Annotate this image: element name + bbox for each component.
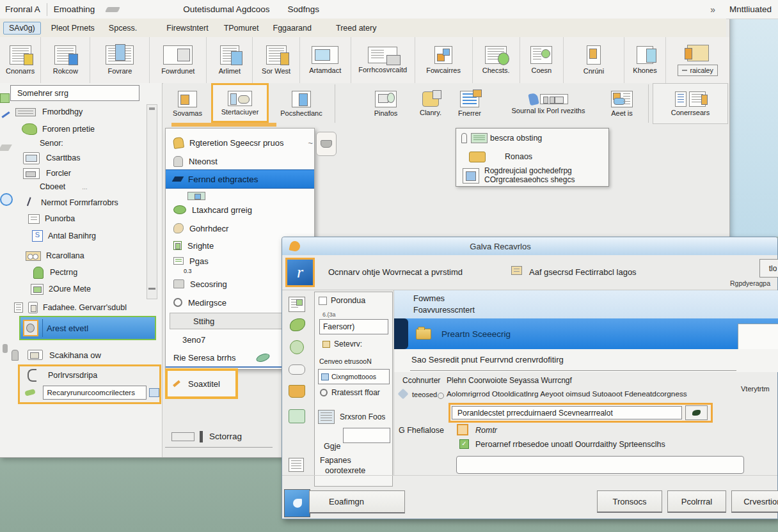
raicaley-button[interactable]: raicaley — [678, 65, 717, 76]
app-icon — [289, 240, 301, 253]
cixng-box[interactable]: Cixngmottooos — [318, 369, 390, 384]
sidebar-item-scakihana[interactable]: Scakihana ow — [0, 347, 160, 363]
menu-item-sodfngs[interactable]: Sodfngs — [287, 4, 319, 14]
menu-item-mnttliuated[interactable]: Mnttliuated — [729, 4, 772, 14]
right-panel-item-bescra[interactable]: bescra obsting — [456, 129, 608, 148]
tool-treed-atery[interactable]: Treed atery — [336, 24, 376, 33]
pcolrrral-button[interactable]: Pcolrrral — [667, 490, 726, 513]
ribbon-button-sor-west[interactable]: Sor West — [253, 37, 299, 83]
ribbon-button-artamdact[interactable]: Artamdact — [300, 37, 351, 83]
tool2-fnerrer[interactable]: Fnerrer — [450, 84, 489, 123]
plant-icon[interactable] — [289, 409, 305, 423]
tool2-clanry[interactable]: Clanry. — [411, 84, 450, 123]
leaf-button[interactable] — [685, 405, 708, 420]
report-icon[interactable] — [289, 458, 304, 472]
sidebar-item-antal[interactable]: S Antal Banihrg — [0, 228, 160, 244]
menu-item-fernnd-selected[interactable]: Fernnd ethgractes — [166, 169, 314, 189]
ribbon-button-arlimet[interactable]: Arlimet — [207, 37, 253, 83]
main-input[interactable]: Poranldecstet prrecduirnaerd Scevnearrre… — [452, 406, 682, 419]
key-icon — [461, 133, 467, 143]
sidebar-item-punorba[interactable]: Punorba — [0, 211, 160, 226]
ribbon-button-fowrdunet[interactable]: Fowrdunet — [150, 37, 207, 83]
ribbon-button-khones[interactable]: Khones — [624, 37, 666, 83]
tool-fggaarand[interactable]: Fggaarand — [273, 24, 312, 33]
porondua-row[interactable]: Porondua — [319, 296, 365, 305]
menu-item-rgteretion[interactable]: Rgteretion Sgeecsr pruos ~ — [166, 134, 322, 152]
ribbon-button-rokcow[interactable]: Rokcow — [41, 37, 90, 83]
ribbon-button-coesn[interactable]: Coesn — [520, 37, 564, 83]
tool2-conerrsears[interactable]: Conerrsears — [653, 83, 728, 124]
moon-button[interactable] — [284, 489, 310, 517]
menu-item-fronral[interactable]: Fronral A — [5, 4, 40, 14]
dialog-titlebar[interactable]: Galva Recavrlos — [282, 237, 777, 256]
tool2-sovamas[interactable]: Sovamas — [165, 84, 210, 123]
sidebar-item-senor[interactable]: Senor: — [0, 137, 160, 150]
sidebar-item-nermot[interactable]: Nermot Formrfarrobrs — [0, 194, 160, 211]
crvesrtionr-button[interactable]: Crvesrtionr — [731, 490, 778, 513]
sidebar-item-fadahee[interactable]: Fadahee. Gervarr'sdubl — [0, 299, 160, 316]
tool-pleot-prnets[interactable]: Pleot Prnets — [51, 24, 95, 33]
sidebar-item-pectrng[interactable]: Pectrng — [0, 265, 160, 280]
setevrv-row[interactable]: Setevrv: — [322, 340, 362, 348]
ribbon-button-cnonarrs[interactable]: Cnonarrs — [0, 37, 41, 83]
faersorr-field[interactable]: Faersorr) — [319, 319, 388, 334]
srxsron-row[interactable]: Srxsron Foos — [318, 410, 385, 424]
tool2-pocshectlanc[interactable]: Pocshectlanc — [271, 84, 332, 123]
main-selected-row[interactable]: Preartn Sceeecrig — [394, 318, 778, 349]
leaf-pair-icon[interactable] — [290, 318, 305, 331]
tool-spcess[interactable]: Spcess. — [109, 24, 137, 33]
sidebar-item-rcarollana[interactable]: Rcarollana — [0, 248, 160, 263]
sidebar-item-oure-mete[interactable]: 2Oure Mete — [0, 281, 160, 297]
scroll-handle[interactable] — [149, 107, 155, 110]
sidebar-search-box[interactable]: Somehrer srrg — [10, 85, 139, 101]
sidebar-item-cboeet[interactable]: Cboeet ... — [0, 180, 160, 193]
sctorrag-item[interactable]: Sctorrag — [165, 426, 273, 448]
double-leaf-icon — [173, 205, 186, 214]
menu-item-icon-row[interactable] — [166, 190, 322, 201]
sidebar-item-fororen[interactable]: Fororen prtetie — [0, 121, 160, 137]
right-panel-item-ronaos[interactable]: Ronaos — [456, 148, 608, 166]
right-panel-item-rogdreujcial[interactable]: Rogdreujcial gochedefrpg COrgrcatesaeohc… — [456, 166, 608, 186]
ribbon-button-cnruni[interactable]: Cnrúni — [564, 37, 624, 83]
gse-field[interactable] — [343, 428, 390, 443]
ribbon-button-fovrare[interactable]: Fovrare — [90, 37, 150, 83]
kettle-button[interactable] — [316, 132, 337, 156]
tronsocs-button[interactable]: Tronsocs — [597, 490, 662, 513]
sidebar-item-recary[interactable]: Recaryrunurcoomcrilecters — [20, 384, 159, 401]
bucket-icon[interactable] — [289, 385, 305, 398]
chevron-right-icon[interactable]: » — [710, 4, 715, 15]
book-icon — [587, 45, 601, 65]
flower-icon[interactable] — [290, 340, 304, 354]
sidebar-item-fmorbdhgy[interactable]: Fmorbdhgy — [0, 104, 160, 120]
sidebar-scrollbar[interactable] — [147, 104, 157, 299]
sidebar-item-porlrvsrsdripa[interactable]: Porlrvsrsdripa — [20, 366, 159, 384]
tool2-sournal[interactable]: Sournal lix Porl rveziths — [491, 84, 606, 123]
menu-item-gohrhdecr[interactable]: Gohrhdecr — [166, 219, 322, 237]
orange-checkbox[interactable] — [457, 424, 468, 435]
bottom-empty-field[interactable] — [456, 456, 744, 474]
sidebar-item-selected[interactable]: Arest etvetl — [19, 316, 156, 340]
tool2-aeet-is[interactable]: Aeet is — [599, 84, 644, 123]
tool2-stertaciuyer[interactable]: Stertaciuyer — [211, 83, 269, 123]
toggle-icon[interactable] — [149, 388, 159, 397]
eoafimgn-button[interactable]: Eoafimgn — [309, 490, 405, 513]
menu-item-ltaxhcard[interactable]: Ltaxhcard grreig — [166, 201, 322, 218]
ribbon-button-fowcairres[interactable]: Fowcairres — [415, 37, 473, 83]
soaxtitel-box[interactable]: Soaxtitel — [165, 368, 238, 399]
tool2-pinafos[interactable]: Pinafos — [361, 84, 410, 123]
menu-item-nteonst[interactable]: Nteonst — [166, 153, 322, 169]
ribbon-button-checsts[interactable]: Checsts. — [473, 37, 520, 83]
scroll-down-button[interactable] — [148, 288, 155, 290]
tool-tpomuret[interactable]: TPomuret — [224, 24, 259, 33]
ribbon-button-forrhcosvrcaitd[interactable]: Forrhcosvrcaitd — [351, 37, 415, 83]
sidebar-item-csarttbas[interactable]: Csarttbas — [0, 150, 160, 166]
dialog-corner-button[interactable]: tlo — [759, 259, 778, 278]
sidebar-item-forcler[interactable]: Forcler — [0, 166, 160, 180]
menu-item-outetisdumal[interactable]: Outetisdumal Agdcoos — [183, 4, 269, 14]
menu-item-emoathing[interactable]: Emoathing — [54, 4, 95, 14]
rratessrt-row[interactable]: Rratessrt ffoar — [320, 388, 380, 397]
table-icon[interactable] — [289, 297, 305, 312]
tray-icon[interactable] — [289, 364, 305, 375]
active-tool-button[interactable]: SAv0g) — [3, 22, 41, 35]
tool-firewstntert[interactable]: Firewstntert — [166, 24, 208, 33]
